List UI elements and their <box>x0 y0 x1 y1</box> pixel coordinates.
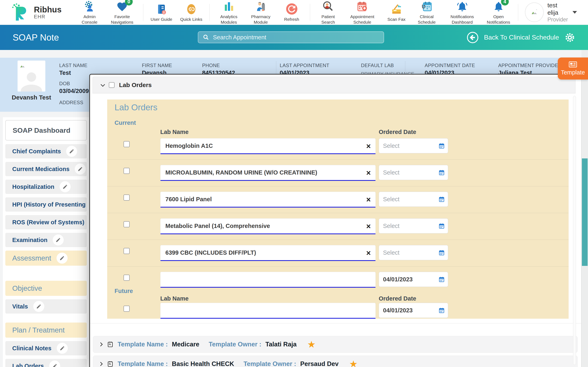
edit-pencil-icon[interactable] <box>33 301 44 312</box>
field-label: ADDRESS <box>59 100 89 105</box>
sidebar-item-lab-orders[interactable]: Lab Orders <box>5 359 87 367</box>
lab-orders-collapse-bar[interactable]: Lab Orders <box>93 77 576 93</box>
nav-label: Patient Search <box>316 14 340 25</box>
edit-pencil-icon[interactable] <box>57 343 68 354</box>
sidebar-item-examination[interactable]: Examination <box>5 233 87 247</box>
ordered-date-picker[interactable]: Select <box>379 138 448 153</box>
back-to-clinical-schedule-link[interactable]: Back To Clinical Schedule <box>484 34 559 41</box>
template-calendar-icon <box>107 341 113 348</box>
edit-pencil-icon[interactable] <box>53 234 64 245</box>
ordered-date-picker[interactable]: 04/01/2023 <box>379 303 448 318</box>
lab-row-checkbox[interactable] <box>123 306 130 312</box>
modal-scrollbar-track[interactable] <box>573 96 576 365</box>
settings-gear-icon[interactable] <box>564 32 575 43</box>
nav-notifications-dashboard[interactable]: Notifications Dashboard <box>445 0 479 25</box>
template-owner-label: Template Owner : <box>243 360 296 367</box>
sidebar-item-hospitalization[interactable]: Hospitalization <box>5 180 87 194</box>
scan-fax-icon <box>391 3 402 15</box>
lab-name-input[interactable] <box>160 245 376 261</box>
lab-name-input[interactable] <box>160 192 376 208</box>
nav-label: Open Notifications <box>485 14 512 25</box>
patient-photo[interactable] <box>17 60 45 92</box>
lab-order-row: × Select <box>114 218 561 234</box>
nav-analytics-modules[interactable]: Analytics Modules <box>216 0 242 25</box>
lab-row-checkbox[interactable] <box>123 141 130 147</box>
favorite-star-icon[interactable]: ★ <box>349 359 357 367</box>
field-label: LAST NAME <box>59 63 89 68</box>
clear-icon[interactable]: × <box>366 249 371 257</box>
brand-text: Ribhus EHR <box>34 5 62 20</box>
clear-icon[interactable]: × <box>366 142 371 150</box>
nav-quick-links[interactable]: Quick Links <box>179 2 203 22</box>
ordered-date-picker[interactable]: Select <box>379 218 448 234</box>
sidebar-item-ros[interactable]: ROS (Review of Systems) <box>5 215 87 229</box>
clear-icon[interactable]: × <box>366 196 371 203</box>
sidebar-item-hpi[interactable]: HPI (History of Presenting Illness) <box>5 197 87 212</box>
template-owner-label: Template Owner : <box>209 341 261 348</box>
patient-name: Devansh Test <box>12 94 51 101</box>
lab-name-input[interactable] <box>160 218 376 234</box>
sidebar-item-current-medications[interactable]: Current Medications <box>5 162 87 176</box>
lab-row-checkbox[interactable] <box>123 168 130 174</box>
ordered-date-picker[interactable]: Select <box>379 245 448 260</box>
nav-scan-fax[interactable]: Scan Fax <box>384 2 408 22</box>
divider <box>143 4 143 21</box>
collapse-label: Lab Orders <box>119 82 152 89</box>
edit-pencil-icon[interactable] <box>57 253 68 264</box>
search-appointment-input[interactable]: Search Appointment <box>198 31 384 43</box>
chevron-right-icon[interactable] <box>99 342 103 346</box>
page-scrollbar-track[interactable] <box>581 50 588 367</box>
lab-row-checkbox[interactable] <box>123 221 130 227</box>
nav-open-notifications[interactable]: 4 Open Notifications <box>485 0 512 25</box>
pharmacy-icon <box>255 1 267 12</box>
lab-name-input[interactable] <box>160 272 376 288</box>
clear-icon[interactable]: × <box>366 222 371 230</box>
nav-clinical-schedule[interactable]: Clinical Schedule <box>414 0 439 25</box>
ordered-date-picker[interactable]: Select <box>379 192 448 207</box>
lab-name-input[interactable] <box>160 165 376 181</box>
edit-pencil-icon[interactable] <box>49 360 60 367</box>
lab-name-input[interactable] <box>160 138 376 154</box>
ordered-date-picker[interactable]: Select <box>379 165 448 180</box>
future-lab-order-row: 04/01/2023 <box>114 303 561 319</box>
template-row-basic-health-check[interactable]: Template Name : Basic Health CHECK Templ… <box>93 356 578 367</box>
sidebar-section-plan-treatment[interactable]: Plan / Treatment <box>5 323 87 338</box>
calendar-icon <box>439 249 445 256</box>
sidebar-item-vitals[interactable]: Vitals <box>5 299 87 314</box>
nav-pharmacy-module[interactable]: Pharmacy Module <box>248 0 274 25</box>
edit-pencil-icon[interactable] <box>75 164 86 175</box>
lab-row-checkbox[interactable] <box>123 248 130 254</box>
back-arrow-icon[interactable] <box>467 32 479 43</box>
template-row-medicare[interactable]: Template Name : Medicare Template Owner … <box>93 336 578 353</box>
nav-favorite-navigations[interactable]: 0 Favorite Navigations <box>107 0 137 25</box>
sidebar-item-clinical-notes[interactable]: Clinical Notes <box>5 341 87 355</box>
sidebar-section-assessment[interactable]: Assessment <box>5 250 87 266</box>
nav-refresh[interactable]: Refresh <box>280 2 304 22</box>
book-icon <box>156 3 167 15</box>
user-menu[interactable]: test elija Provider <box>525 2 577 23</box>
nav-label: Favorite Navigations <box>107 14 137 25</box>
sidebar-item-chief-complaints[interactable]: Chief Complaints <box>5 144 87 158</box>
edit-pencil-icon[interactable] <box>66 146 77 157</box>
nav-user-guide[interactable]: User Guide <box>149 2 173 22</box>
lab-orders-section-checkbox[interactable] <box>109 82 114 88</box>
lab-row-checkbox[interactable] <box>123 194 130 201</box>
page-scrollbar-thumb[interactable] <box>582 158 588 266</box>
lab-name-input[interactable] <box>160 303 376 319</box>
lab-orders-modal: Lab Orders Lab Orders Current Lab Name O… <box>89 74 581 367</box>
chevron-right-icon[interactable] <box>99 362 103 366</box>
clear-icon[interactable]: × <box>366 169 371 177</box>
edit-pencil-icon[interactable] <box>60 181 71 192</box>
brand-logo[interactable]: Ribhus EHR <box>11 3 62 22</box>
sidebar-section-objective[interactable]: Objective <box>5 281 87 296</box>
current-group-label: Current <box>114 120 561 126</box>
ordered-date-picker[interactable]: 04/01/2023 <box>379 272 448 287</box>
favorite-star-icon[interactable]: ★ <box>307 340 316 349</box>
nav-appointment-schedule[interactable]: Appointment Schedule <box>346 0 379 25</box>
lab-row-checkbox[interactable] <box>123 275 130 281</box>
patient-photo-block: Devansh Test <box>10 60 53 101</box>
template-button[interactable]: Template <box>558 58 588 80</box>
nav-admin-console[interactable]: Admin Console <box>78 0 102 25</box>
chevron-down-icon[interactable] <box>101 82 105 87</box>
nav-patient-search[interactable]: Patient Search <box>316 0 340 25</box>
